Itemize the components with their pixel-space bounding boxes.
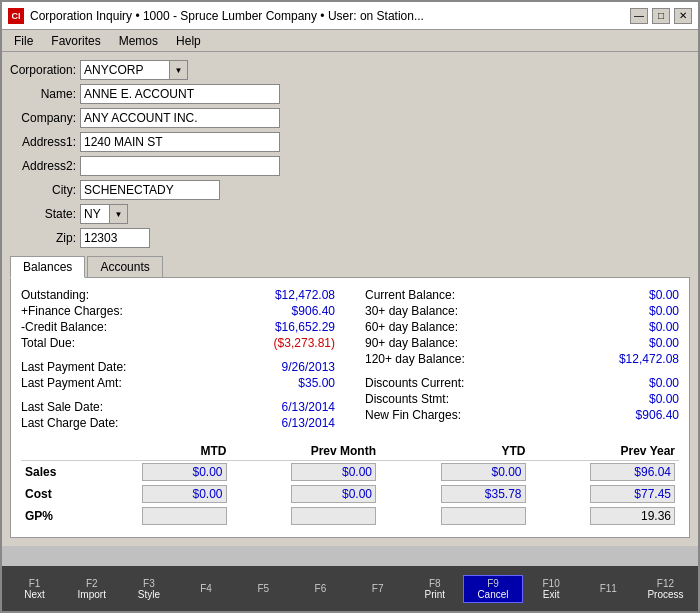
gp-prevyear-cell (530, 505, 680, 527)
last-sale-date-value: 6/13/2014 (255, 400, 335, 414)
60day-balance-label: 60+ day Balance: (365, 320, 458, 334)
window-controls: — □ ✕ (630, 8, 692, 24)
f8-key[interactable]: F8 Print (406, 576, 463, 602)
credit-balance-value: $16,652.29 (255, 320, 335, 334)
name-input[interactable] (80, 84, 280, 104)
corporation-input[interactable] (80, 60, 170, 80)
30day-balance-value: $0.00 (599, 304, 679, 318)
close-button[interactable]: ✕ (674, 8, 692, 24)
f6-key[interactable]: F6 (292, 581, 349, 596)
cost-ytd-input[interactable] (441, 485, 526, 503)
sales-prevmonth-cell (231, 461, 381, 484)
company-label: Company: (10, 111, 80, 125)
finance-charges-value: $906.40 (255, 304, 335, 318)
state-label: State: (10, 207, 80, 221)
f4-key[interactable]: F4 (178, 581, 235, 596)
company-input[interactable] (80, 108, 280, 128)
city-label: City: (10, 183, 80, 197)
sales-row: Sales (21, 461, 679, 484)
60day-balance-row: 60+ day Balance: $0.00 (365, 320, 679, 334)
f3-key[interactable]: F3 Style (120, 576, 177, 602)
sales-ytd-input[interactable] (441, 463, 526, 481)
120day-balance-row: 120+ day Balance: $12,472.08 (365, 352, 679, 366)
cost-prevmonth-input[interactable] (291, 485, 376, 503)
new-fin-charges-value: $906.40 (599, 408, 679, 422)
menu-favorites[interactable]: Favorites (43, 32, 108, 50)
f9-key[interactable]: F9 Cancel (463, 575, 522, 603)
sales-ytd-cell (380, 461, 530, 484)
last-payment-date-row: Last Payment Date: 9/26/2013 (21, 360, 335, 374)
f7-num: F7 (372, 583, 384, 594)
title-text: Corporation Inquiry • 1000 - Spruce Lumb… (30, 9, 624, 23)
30day-balance-label: 30+ day Balance: (365, 304, 458, 318)
f12-label: Process (647, 589, 683, 600)
30day-balance-row: 30+ day Balance: $0.00 (365, 304, 679, 318)
last-sale-date-row: Last Sale Date: 6/13/2014 (21, 400, 335, 414)
f10-key[interactable]: F10 Exit (523, 576, 580, 602)
minimize-button[interactable]: — (630, 8, 648, 24)
tab-accounts[interactable]: Accounts (87, 256, 162, 277)
state-dropdown[interactable]: ▼ (80, 204, 128, 224)
cost-prevyear-cell (530, 483, 680, 505)
cost-label: Cost (21, 483, 81, 505)
f3-num: F3 (143, 578, 155, 589)
address2-input[interactable] (80, 156, 280, 176)
balance-left: Outstanding: $12,472.08 +Finance Charges… (21, 288, 335, 432)
menu-memos[interactable]: Memos (111, 32, 166, 50)
f1-key[interactable]: F1 Next (6, 576, 63, 602)
f4-num: F4 (200, 583, 212, 594)
total-due-row: Total Due: ($3,273.81) (21, 336, 335, 350)
menu-help[interactable]: Help (168, 32, 209, 50)
cost-prevyear-input[interactable] (590, 485, 675, 503)
state-input[interactable] (80, 204, 110, 224)
col-header-label (21, 442, 81, 461)
sales-prevmonth-input[interactable] (291, 463, 376, 481)
main-area: Corporation: ▼ Name: Company: Address1: … (2, 52, 698, 546)
name-row: Name: (10, 84, 690, 104)
corporation-dropdown[interactable]: ▼ (80, 60, 188, 80)
total-due-label: Total Due: (21, 336, 75, 350)
corporation-arrow[interactable]: ▼ (170, 60, 188, 80)
gp-mtd-cell (81, 505, 231, 527)
f7-key[interactable]: F7 (349, 581, 406, 596)
discounts-stmt-label: Discounts Stmt: (365, 392, 449, 406)
f9-label: Cancel (477, 589, 508, 600)
finance-charges-row: +Finance Charges: $906.40 (21, 304, 335, 318)
discounts-stmt-row: Discounts Stmt: $0.00 (365, 392, 679, 406)
cost-mtd-input[interactable] (142, 485, 227, 503)
f11-key[interactable]: F11 (580, 581, 637, 596)
address1-input[interactable] (80, 132, 280, 152)
tab-balances[interactable]: Balances (10, 256, 85, 278)
f10-label: Exit (543, 589, 560, 600)
outstanding-row: Outstanding: $12,472.08 (21, 288, 335, 302)
f5-key[interactable]: F5 (235, 581, 292, 596)
f2-key[interactable]: F2 Import (63, 576, 120, 602)
gp-mtd-input[interactable] (142, 507, 227, 525)
menu-file[interactable]: File (6, 32, 41, 50)
current-balance-value: $0.00 (599, 288, 679, 302)
col-header-ytd: YTD (380, 442, 530, 461)
120day-balance-value: $12,472.08 (599, 352, 679, 366)
city-input[interactable] (80, 180, 220, 200)
60day-balance-value: $0.00 (599, 320, 679, 334)
sales-prevyear-input[interactable] (590, 463, 675, 481)
last-payment-amt-row: Last Payment Amt: $35.00 (21, 376, 335, 390)
state-arrow[interactable]: ▼ (110, 204, 128, 224)
restore-button[interactable]: □ (652, 8, 670, 24)
address2-label: Address2: (10, 159, 80, 173)
corporation-row: Corporation: ▼ (10, 60, 690, 80)
address1-label: Address1: (10, 135, 80, 149)
corporation-label: Corporation: (10, 63, 80, 77)
last-charge-date-row: Last Charge Date: 6/13/2014 (21, 416, 335, 430)
cost-prevmonth-cell (231, 483, 381, 505)
app-icon: CI (8, 8, 24, 24)
cost-mtd-cell (81, 483, 231, 505)
gp-prevyear-input[interactable] (590, 507, 675, 525)
zip-input[interactable] (80, 228, 150, 248)
sales-mtd-input[interactable] (142, 463, 227, 481)
f1-num: F1 (29, 578, 41, 589)
gp-ytd-input[interactable] (441, 507, 526, 525)
f12-key[interactable]: F12 Process (637, 576, 694, 602)
gp-prevmonth-input[interactable] (291, 507, 376, 525)
gp-ytd-cell (380, 505, 530, 527)
